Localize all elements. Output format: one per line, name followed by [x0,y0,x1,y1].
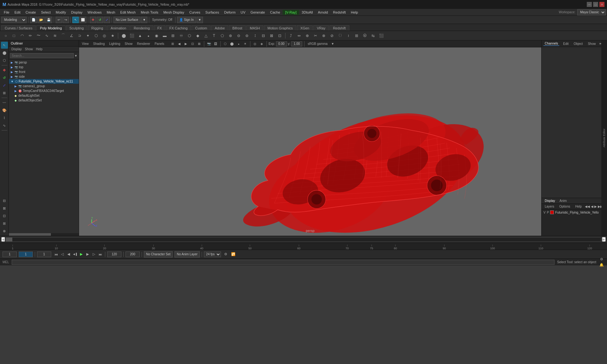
tab-redshift[interactable]: Redshift [329,25,349,31]
display-layer-tab[interactable]: Display [543,199,557,203]
torus-tool[interactable]: ◉ [153,32,160,39]
outliner-menu-help[interactable]: Help [35,47,44,51]
tab-fx-caching[interactable]: FX Caching [166,25,191,31]
workspace-select[interactable]: Maya Classic [577,9,606,15]
menu-redshift[interactable]: Redshift [330,10,348,15]
loop-btn[interactable]: 🔁 [230,252,236,257]
maximize-btn[interactable]: □ [593,2,598,7]
paint-btn-l[interactable]: 🎨 [1,107,8,114]
exposure-input[interactable] [276,41,287,46]
menu-display[interactable]: Display [69,10,85,15]
spline-tool[interactable]: ∿ [43,32,51,39]
vp-frame-sel[interactable]: ⊠ [196,41,202,47]
poly-tool[interactable]: ⬡ [92,32,100,39]
display-btn5[interactable]: ⊗ [1,228,8,234]
layer-next-single[interactable]: ▶ [594,205,597,208]
tab-rendering[interactable]: Rendering [130,25,153,31]
lattice-tool[interactable]: ⊞ [169,32,177,39]
menu-generate[interactable]: Generate [248,10,267,15]
gamma-input[interactable] [291,41,302,46]
outliner-search-input[interactable] [10,53,74,58]
bridge-tool[interactable]: ⇔ [295,32,303,39]
display-btn2[interactable]: ⊠ [1,205,8,212]
mode-select[interactable]: Modeling [1,17,27,23]
next-frame-btn[interactable]: ▶ [85,252,90,257]
frame-current-field[interactable] [19,252,33,257]
fill-hole-tool[interactable]: ⦿ [361,32,369,39]
menu-mesh-tools[interactable]: Mesh Tools [138,10,161,15]
menu-surfaces[interactable]: Surfaces [203,10,222,15]
quad-draw-tool[interactable]: ⬛ [377,32,385,39]
outliner-item-objectset[interactable]: ◆ defaultObjectSet [13,98,79,103]
tab-motion-graphics[interactable]: Motion Graphics [264,25,296,31]
helix-tool[interactable]: ♾ [177,32,185,39]
menu-deform[interactable]: Deform [222,10,238,15]
insert-loop-tool[interactable]: ⊗ [320,32,328,39]
crease-tool[interactable]: 〈〉 [336,32,344,39]
subd-tool[interactable]: ⊝ [235,32,242,39]
new-btn[interactable]: 📄 [30,17,37,23]
prism-tool[interactable]: ◆ [194,32,201,39]
outliner-item-persp[interactable]: ▶ 📷 persp [9,60,79,65]
range-end-field[interactable] [107,252,121,257]
bezier-tool[interactable]: ⌒ [59,32,67,39]
display-btn3[interactable]: ⊡ [1,212,8,219]
menu-select[interactable]: Select [39,10,53,15]
search-arrow[interactable]: ▼ [74,54,77,58]
first-frame-btn[interactable]: ⏮ [53,252,59,257]
no-anim-layer-btn[interactable]: No Anim Layer [175,251,200,258]
prev-frame-btn[interactable]: ◀ [66,252,71,257]
layer-p[interactable]: P [547,211,549,214]
vp-menu-panels[interactable]: Panels [153,42,166,46]
live-arrow[interactable]: ▼ [141,17,147,23]
outliner-item-top[interactable]: ▶ 📷 top [9,65,79,70]
no-live-surface-btn[interactable]: No Live Surface [113,17,140,23]
outliner-menu-display[interactable]: Display [10,47,23,51]
show-tab[interactable]: Show [586,42,597,46]
status-btn2[interactable]: 🔔 [599,262,604,268]
tab-animation[interactable]: Animation [107,25,130,31]
next-key-btn[interactable]: ▷ [91,252,97,257]
tab-custom[interactable]: Custom [192,25,211,31]
tab-sculpting[interactable]: Sculpting [66,25,87,31]
rect-tool[interactable]: □ [10,32,18,39]
geo-tool[interactable]: ⊛ [227,32,234,39]
play-btn[interactable]: ▶ [78,252,84,257]
platonic-tool[interactable]: ⬠ [218,32,226,39]
menu-mesh-display[interactable]: Mesh Display [161,10,187,15]
pen-tool[interactable]: ✏ [27,32,34,39]
help-subtab[interactable]: Help [573,204,584,209]
menu-mesh[interactable]: Mesh [104,10,118,15]
move-btn[interactable]: ✥ [90,17,96,23]
outliner-item-tempcam[interactable]: ▶ 🎯 TempCamFBXASC046Target [13,88,79,93]
circle-tool[interactable]: ○ [2,32,9,39]
select-btn[interactable]: ↖ [1,42,8,49]
paint-select-btn[interactable]: ⬤ [1,49,8,56]
vp-menu-show[interactable]: Show [123,42,134,46]
sign-in-arrow[interactable]: ▼ [197,17,203,23]
menu-file[interactable]: File [1,10,12,15]
cut-tool[interactable]: ✂ [312,32,319,39]
rotate-btn[interactable]: ↺ [97,17,103,23]
menu-edit[interactable]: Edit [12,10,23,15]
redo-btn[interactable]: ↪ [63,17,69,23]
object-tab[interactable]: Object [573,42,584,46]
menu-uv[interactable]: UV [238,10,248,15]
tl-scroll-right[interactable]: ▶ [602,237,606,242]
box-tool[interactable]: ⬛ [128,32,136,39]
lasso-select-btn[interactable]: ⬡ [1,57,8,64]
vp-texture[interactable]: ⬥ [236,41,242,47]
select-tool-btn[interactable]: ↖ [72,17,79,23]
layer-v[interactable]: V [543,211,546,214]
display-btn1[interactable]: ⊟ [1,197,8,204]
tab-bifrost[interactable]: Bifrost [229,25,246,31]
outliner-menu-show[interactable]: Show [24,47,34,51]
menu-cache[interactable]: Cache [267,10,283,15]
menu-curves[interactable]: Curves [187,10,203,15]
arc-tool[interactable]: ◠ [18,32,26,39]
prev-key-btn[interactable]: ◁ [59,252,65,257]
layer-item-row[interactable]: V P Futuristic_Flying_Vehicle_Yello [542,209,601,215]
vp-camera-btn[interactable]: 📷 [206,41,212,47]
fps-select[interactable]: 24 fps 30 fps 60 fps [204,252,221,257]
edge-flow-tool[interactable]: ≀ [345,32,352,39]
